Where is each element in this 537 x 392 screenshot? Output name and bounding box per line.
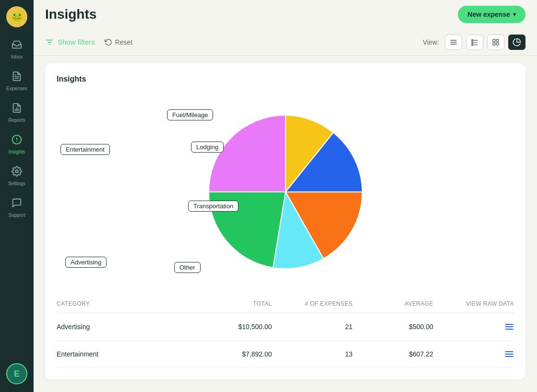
col-header-category: Category [57,300,191,307]
sidebar: 🐸 Inbox Expenses [0,0,34,392]
filterbar: Show filters Reset View: [34,29,537,56]
svg-rect-17 [472,42,473,43]
grid-icon [492,38,500,46]
hamburger-icon [504,349,514,359]
svg-rect-21 [493,39,495,42]
view-grid-button[interactable] [487,35,504,50]
reset-icon [105,38,112,46]
pie-chart-container: Fuel/Mileage Lodging Transportation Othe… [57,91,514,283]
sidebar-logo: 🐸 [0,0,34,34]
settings-icon [12,166,22,179]
sidebar-item-inbox[interactable]: Inbox [0,34,34,65]
pie-segment-advertising [208,192,285,268]
sidebar-item-expenses-label: Expenses [6,86,27,91]
view-list-normal-button[interactable] [466,35,483,50]
view-raw-data-0[interactable] [433,322,514,332]
content-area: Insights [34,56,537,392]
svg-rect-19 [472,44,473,46]
topbar: Insights New expense ▾ [34,0,537,29]
pie-label-advertising: Advertising [65,257,107,268]
list-compact-icon [450,38,457,46]
cell-count-1: 13 [272,350,352,358]
insights-icon [12,134,22,147]
insights-card: Insights [45,63,525,380]
sidebar-bottom: E [6,363,27,392]
pie-label-entertainment: Entertainment [60,144,110,155]
svg-rect-23 [493,43,495,45]
reset-button[interactable]: Reset [105,38,133,46]
pie-chart [185,91,386,283]
view-controls: View: [423,35,525,50]
support-icon [12,198,22,211]
svg-rect-22 [496,39,499,42]
main-content: Insights New expense ▾ Show filters [34,0,537,392]
view-label: View: [423,38,439,46]
sidebar-item-inbox-label: Inbox [11,54,23,59]
cell-total-0: $10,500.00 [191,323,272,331]
sidebar-item-settings-label: Settings [8,181,25,186]
show-filters-label: Show filters [58,38,95,46]
show-filters-button[interactable]: Show filters [45,38,95,47]
cell-count-0: 21 [272,323,352,331]
sidebar-item-insights[interactable]: Insights [0,129,34,160]
insights-card-title: Insights [57,75,514,83]
table-row: Advertising $10,500.00 21 $500.00 [57,313,514,341]
expenses-icon [12,71,22,84]
table-row: Entertainment $7,892.00 13 $607.22 [57,341,514,368]
user-avatar[interactable]: E [6,363,27,384]
sidebar-item-expenses[interactable]: Expenses [0,65,34,97]
new-expense-button[interactable]: New expense ▾ [458,6,525,23]
svg-rect-15 [472,39,473,41]
filter-icon [45,38,54,47]
sidebar-item-reports-label: Reports [8,118,25,123]
pie-segment-entertainment [209,115,286,192]
view-list-compact-button[interactable] [445,35,462,50]
col-header-count: # of Expenses [272,300,352,307]
insights-table: Category Total # of Expenses Average Vie… [57,295,514,368]
chevron-down-icon: ▾ [513,11,516,18]
cell-category-0: Advertising [57,323,191,331]
chart-icon [513,38,521,47]
page-title: Insights [45,7,96,22]
sidebar-item-reports[interactable]: Reports [0,97,34,129]
cell-average-0: $500.00 [353,323,433,331]
view-raw-data-1[interactable] [433,349,514,359]
cell-total-1: $7,892.00 [191,350,272,358]
col-header-raw: View Raw Data [433,300,514,307]
svg-point-8 [15,170,18,173]
inbox-icon [12,39,22,52]
reset-label: Reset [115,38,133,46]
sidebar-item-support-label: Support [8,213,25,218]
reports-icon [12,103,22,116]
cell-average-1: $607.22 [353,350,433,358]
new-expense-label: New expense [467,11,510,18]
list-normal-icon [471,38,478,46]
filter-controls: Show filters Reset [45,38,132,47]
table-header: Category Total # of Expenses Average Vie… [57,295,514,313]
svg-rect-24 [496,43,499,45]
sidebar-item-settings[interactable]: Settings [0,160,34,192]
sidebar-item-insights-label: Insights [9,149,25,154]
col-header-total: Total [191,300,272,307]
col-header-average: Average [353,300,433,307]
hamburger-icon [504,322,514,332]
view-chart-button[interactable] [508,35,525,50]
sidebar-item-support[interactable]: Support [0,192,34,224]
cell-category-1: Entertainment [57,350,191,358]
logo-icon: 🐸 [6,6,27,27]
